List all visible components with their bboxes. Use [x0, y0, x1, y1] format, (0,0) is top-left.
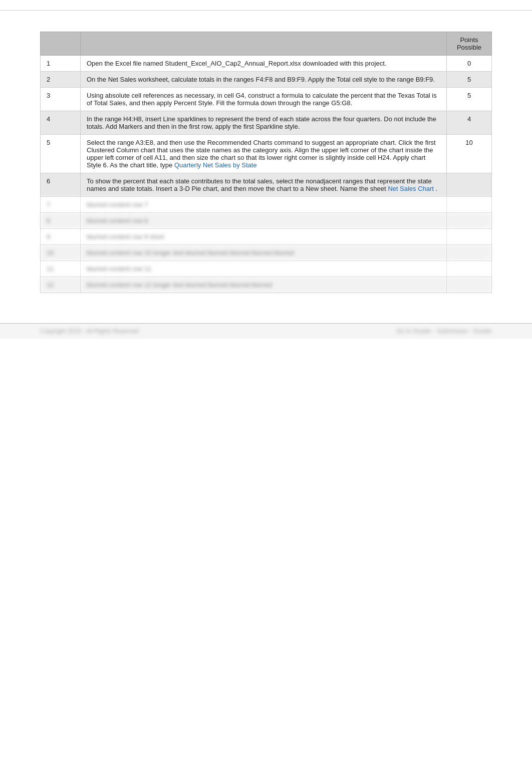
footer-bar: Copyright 2019 - All Rights Reserved Go …	[0, 323, 532, 339]
header-bar	[0, 0, 532, 11]
step-instruction: blurred content row 9 short	[81, 229, 447, 245]
table-row: 5Select the range A3:E8, and then use th…	[41, 135, 492, 173]
step-points: 10	[447, 135, 492, 173]
table-row: 9blurred content row 9 short	[41, 229, 492, 245]
step-instruction: blurred content row 8	[81, 213, 447, 229]
step-number: 11	[41, 261, 81, 277]
step-number: 4	[41, 111, 81, 135]
table-row: 11blurred content row 11	[41, 261, 492, 277]
step-number: 7	[41, 197, 81, 213]
step-number: 6	[41, 173, 81, 197]
table-row: 6To show the percent that each state con…	[41, 173, 492, 197]
step-number: 1	[41, 56, 81, 72]
table-row: 2On the Net Sales worksheet, calculate t…	[41, 72, 492, 88]
step-number: 10	[41, 245, 81, 261]
step-instruction: On the Net Sales worksheet, calculate to…	[81, 72, 447, 88]
step-instruction: In the range H4:H8, insert Line sparklin…	[81, 111, 447, 135]
table-row: 7blurred content row 7	[41, 197, 492, 213]
table-row: 10blurred content row 10 longer text blu…	[41, 245, 492, 261]
step-points	[447, 229, 492, 245]
footer-left: Copyright 2019 - All Rights Reserved	[40, 328, 139, 335]
filename: Student_Excel_AIO_Cap2_Annual_Report.xls…	[165, 60, 301, 67]
step-points	[447, 245, 492, 261]
step-number: 12	[41, 277, 81, 293]
instruction-text: Select the range A3:E8, and then use the…	[87, 139, 436, 169]
table-row: 1Open the Excel file named Student_Excel…	[41, 56, 492, 72]
instruction-rest: downloaded with this project.	[301, 60, 387, 67]
col-header-step	[41, 32, 81, 56]
step-points	[447, 277, 492, 293]
step-number: 5	[41, 135, 81, 173]
step-points	[447, 213, 492, 229]
step-instruction: To show the percent that each state cont…	[81, 173, 447, 197]
step-instruction: blurred content row 12 longer text blurr…	[81, 277, 447, 293]
col-header-instructions	[81, 32, 447, 56]
step-instruction: blurred content row 11	[81, 261, 447, 277]
step-points: 4	[447, 111, 492, 135]
step-number: 8	[41, 213, 81, 229]
step-instruction: Select the range A3:E8, and then use the…	[81, 135, 447, 173]
table-header-row: PointsPossible	[41, 32, 492, 56]
step-instruction: Open the Excel file named Student_Excel_…	[81, 56, 447, 72]
step-points	[447, 261, 492, 277]
step-instruction: blurred content row 7	[81, 197, 447, 213]
instruction-highlight: Quarterly Net Sales by State	[174, 161, 257, 169]
step-number: 9	[41, 229, 81, 245]
instruction-text: To show the percent that each state cont…	[87, 177, 432, 192]
step-points: 0	[447, 56, 492, 72]
steps-table: PointsPossible 1Open the Excel file name…	[40, 32, 492, 293]
step-number: 2	[41, 72, 81, 88]
instruction-post: .	[434, 185, 437, 192]
table-row: 8blurred content row 8	[41, 213, 492, 229]
instruction-highlight: Net Sales Chart	[388, 185, 434, 192]
step-instruction: Using absolute cell references as necess…	[81, 88, 447, 111]
table-row: 12blurred content row 12 longer text blu…	[41, 277, 492, 293]
step-points	[447, 173, 492, 197]
table-row: 4In the range H4:H8, insert Line sparkli…	[41, 111, 492, 135]
footer-right: Go to Grader - Submission - Grader	[396, 328, 492, 335]
table-row: 3Using absolute cell references as neces…	[41, 88, 492, 111]
main-content: PointsPossible 1Open the Excel file name…	[0, 11, 532, 313]
step-points: 5	[447, 88, 492, 111]
step-instruction: blurred content row 10 longer text blurr…	[81, 245, 447, 261]
step-number: 3	[41, 88, 81, 111]
col-header-points: PointsPossible	[447, 32, 492, 56]
instruction-text: Open the Excel file named	[87, 60, 165, 67]
step-points: 5	[447, 72, 492, 88]
step-points	[447, 197, 492, 213]
